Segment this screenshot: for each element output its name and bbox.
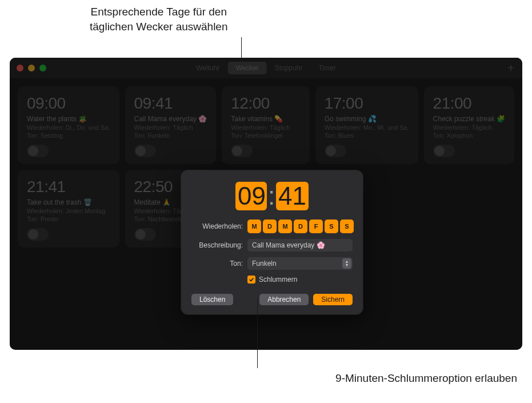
tone-select[interactable]: Funkeln [247,257,353,270]
save-button[interactable]: Sichern [313,294,353,305]
tone-label: Ton: [191,260,243,268]
time-hours-input[interactable]: 09 [235,182,267,210]
callout-repeat-days: Entsprechende Tage für den täglichen Wec… [90,5,228,34]
day-thu-button[interactable]: D [294,220,307,233]
delete-button[interactable]: Löschen [191,294,233,305]
day-sun-button[interactable]: S [340,220,354,233]
day-selector: M D M D F S S [247,220,354,233]
cancel-button[interactable]: Abbrechen [259,294,309,305]
time-colon: : [268,182,275,210]
day-mon-button[interactable]: M [247,220,261,233]
clock-app-window: Weltuhr Wecker Stoppuhr Timer + 09:00 Wa… [10,58,522,350]
day-wed-button[interactable]: M [278,220,292,233]
description-label: Beschreibung: [191,241,243,249]
day-tue-button[interactable]: D [263,220,277,233]
day-sat-button[interactable]: S [325,220,338,233]
description-input[interactable] [247,239,353,252]
day-fri-button[interactable]: F [309,220,323,233]
snooze-label: Schlummern [259,276,297,284]
snooze-checkbox[interactable] [247,276,255,284]
time-picker: 09:41 [191,182,353,210]
time-minutes-input[interactable]: 41 [276,182,309,210]
callout-snooze: 9-Minuten-Schlummeroption erlauben [335,371,517,386]
repeat-label: Wiederholen: [191,222,243,230]
edit-alarm-dialog: 09:41 Wiederholen: M D M D F S S Beschre… [181,170,363,314]
callout-line [257,298,258,368]
